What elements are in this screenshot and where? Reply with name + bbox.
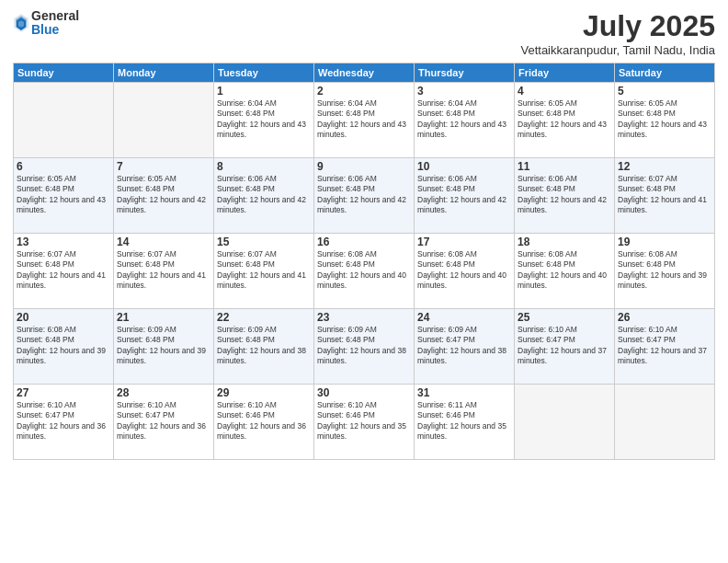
month-title: July 2025 [520, 9, 715, 43]
day-info: Sunrise: 6:07 AMSunset: 6:48 PMDaylight:… [618, 174, 711, 216]
day-number: 5 [618, 85, 711, 98]
table-row: 26Sunrise: 6:10 AMSunset: 6:47 PMDayligh… [615, 309, 715, 385]
day-number: 21 [117, 311, 210, 324]
generalblue-logo-icon [13, 13, 29, 33]
table-row [14, 83, 114, 158]
day-number: 15 [217, 236, 311, 248]
day-info: Sunrise: 6:10 AMSunset: 6:46 PMDaylight:… [317, 400, 411, 442]
day-info: Sunrise: 6:05 AMSunset: 6:48 PMDaylight:… [117, 174, 210, 216]
day-info: Sunrise: 6:09 AMSunset: 6:48 PMDaylight:… [317, 325, 411, 367]
table-row: 19Sunrise: 6:08 AMSunset: 6:48 PMDayligh… [615, 234, 715, 309]
logo-general-text: General [31, 9, 79, 23]
day-number: 31 [417, 386, 511, 399]
day-info: Sunrise: 6:05 AMSunset: 6:48 PMDaylight:… [518, 98, 611, 141]
day-number: 12 [618, 160, 711, 173]
calendar-week-4: 20Sunrise: 6:08 AMSunset: 6:48 PMDayligh… [14, 309, 715, 385]
table-row: 10Sunrise: 6:06 AMSunset: 6:48 PMDayligh… [415, 158, 515, 234]
day-info: Sunrise: 6:04 AMSunset: 6:48 PMDaylight:… [417, 98, 511, 141]
calendar-week-1: 1Sunrise: 6:04 AMSunset: 6:48 PMDaylight… [14, 83, 715, 158]
day-number: 30 [317, 386, 411, 399]
day-info: Sunrise: 6:08 AMSunset: 6:48 PMDaylight:… [17, 325, 110, 367]
day-number: 25 [518, 311, 611, 324]
page: General Blue July 2025 Vettaikkaranpudur… [0, 0, 728, 563]
day-info: Sunrise: 6:07 AMSunset: 6:48 PMDaylight:… [17, 249, 110, 292]
day-info: Sunrise: 6:06 AMSunset: 6:48 PMDaylight:… [417, 174, 511, 216]
day-info: Sunrise: 6:09 AMSunset: 6:47 PMDaylight:… [417, 325, 511, 367]
day-number: 3 [417, 85, 511, 98]
header-monday: Monday [114, 63, 214, 83]
day-number: 16 [317, 236, 411, 248]
day-info: Sunrise: 6:08 AMSunset: 6:48 PMDaylight:… [618, 249, 711, 292]
day-number: 13 [17, 236, 110, 248]
day-number: 18 [518, 236, 611, 248]
header-tuesday: Tuesday [214, 63, 314, 83]
day-number: 22 [217, 311, 311, 324]
table-row: 1Sunrise: 6:04 AMSunset: 6:48 PMDaylight… [214, 83, 314, 158]
day-number: 6 [17, 160, 110, 173]
day-number: 19 [618, 236, 711, 248]
day-number: 7 [117, 160, 210, 173]
table-row: 27Sunrise: 6:10 AMSunset: 6:47 PMDayligh… [14, 385, 114, 460]
day-info: Sunrise: 6:10 AMSunset: 6:47 PMDaylight:… [17, 400, 110, 442]
table-row: 24Sunrise: 6:09 AMSunset: 6:47 PMDayligh… [415, 309, 515, 385]
day-number: 23 [317, 311, 411, 324]
table-row: 6Sunrise: 6:05 AMSunset: 6:48 PMDaylight… [14, 158, 114, 234]
table-row: 23Sunrise: 6:09 AMSunset: 6:48 PMDayligh… [314, 309, 415, 385]
title-section: July 2025 Vettaikkaranpudur, Tamil Nadu,… [520, 9, 715, 57]
day-info: Sunrise: 6:05 AMSunset: 6:48 PMDaylight:… [17, 174, 110, 216]
table-row: 17Sunrise: 6:08 AMSunset: 6:48 PMDayligh… [415, 234, 515, 309]
day-info: Sunrise: 6:11 AMSunset: 6:46 PMDaylight:… [417, 400, 511, 442]
day-info: Sunrise: 6:10 AMSunset: 6:47 PMDaylight:… [117, 400, 210, 442]
day-info: Sunrise: 6:04 AMSunset: 6:48 PMDaylight:… [217, 98, 311, 141]
table-row: 30Sunrise: 6:10 AMSunset: 6:46 PMDayligh… [314, 385, 415, 460]
table-row: 7Sunrise: 6:05 AMSunset: 6:48 PMDaylight… [114, 158, 214, 234]
day-info: Sunrise: 6:10 AMSunset: 6:47 PMDaylight:… [518, 325, 611, 367]
day-number: 8 [217, 160, 311, 173]
day-number: 1 [217, 85, 311, 98]
day-info: Sunrise: 6:09 AMSunset: 6:48 PMDaylight:… [217, 325, 311, 367]
day-number: 26 [618, 311, 711, 324]
day-number: 11 [518, 160, 611, 173]
header-saturday: Saturday [615, 63, 715, 83]
calendar-table: Sunday Monday Tuesday Wednesday Thursday… [13, 63, 715, 460]
day-number: 4 [518, 85, 611, 98]
day-info: Sunrise: 6:08 AMSunset: 6:48 PMDaylight:… [317, 249, 411, 292]
day-info: Sunrise: 6:05 AMSunset: 6:48 PMDaylight:… [618, 98, 711, 141]
day-info: Sunrise: 6:06 AMSunset: 6:48 PMDaylight:… [317, 174, 411, 216]
table-row: 15Sunrise: 6:07 AMSunset: 6:48 PMDayligh… [214, 234, 314, 309]
header-wednesday: Wednesday [314, 63, 415, 83]
header-friday: Friday [515, 63, 615, 83]
day-info: Sunrise: 6:08 AMSunset: 6:48 PMDaylight:… [518, 249, 611, 292]
day-info: Sunrise: 6:09 AMSunset: 6:48 PMDaylight:… [117, 325, 210, 367]
table-row: 11Sunrise: 6:06 AMSunset: 6:48 PMDayligh… [515, 158, 615, 234]
day-info: Sunrise: 6:06 AMSunset: 6:48 PMDaylight:… [217, 174, 311, 216]
table-row [114, 83, 214, 158]
calendar-week-2: 6Sunrise: 6:05 AMSunset: 6:48 PMDaylight… [14, 158, 715, 234]
table-row: 4Sunrise: 6:05 AMSunset: 6:48 PMDaylight… [515, 83, 615, 158]
table-row: 16Sunrise: 6:08 AMSunset: 6:48 PMDayligh… [314, 234, 415, 309]
day-info: Sunrise: 6:07 AMSunset: 6:48 PMDaylight:… [217, 249, 311, 292]
day-info: Sunrise: 6:06 AMSunset: 6:48 PMDaylight:… [518, 174, 611, 216]
day-number: 28 [117, 386, 210, 399]
table-row: 12Sunrise: 6:07 AMSunset: 6:48 PMDayligh… [615, 158, 715, 234]
table-row: 3Sunrise: 6:04 AMSunset: 6:48 PMDaylight… [415, 83, 515, 158]
table-row: 22Sunrise: 6:09 AMSunset: 6:48 PMDayligh… [214, 309, 314, 385]
day-info: Sunrise: 6:07 AMSunset: 6:48 PMDaylight:… [117, 249, 210, 292]
table-row: 28Sunrise: 6:10 AMSunset: 6:47 PMDayligh… [114, 385, 214, 460]
header: General Blue July 2025 Vettaikkaranpudur… [13, 9, 715, 57]
calendar-week-5: 27Sunrise: 6:10 AMSunset: 6:47 PMDayligh… [14, 385, 715, 460]
day-number: 27 [17, 386, 110, 399]
table-row: 2Sunrise: 6:04 AMSunset: 6:48 PMDaylight… [314, 83, 415, 158]
table-row: 31Sunrise: 6:11 AMSunset: 6:46 PMDayligh… [415, 385, 515, 460]
table-row [515, 385, 615, 460]
table-row: 13Sunrise: 6:07 AMSunset: 6:48 PMDayligh… [14, 234, 114, 309]
table-row: 5Sunrise: 6:05 AMSunset: 6:48 PMDaylight… [615, 83, 715, 158]
table-row: 18Sunrise: 6:08 AMSunset: 6:48 PMDayligh… [515, 234, 615, 309]
header-sunday: Sunday [14, 63, 114, 83]
calendar-header-row: Sunday Monday Tuesday Wednesday Thursday… [14, 63, 715, 83]
table-row: 9Sunrise: 6:06 AMSunset: 6:48 PMDaylight… [314, 158, 415, 234]
location-text: Vettaikkaranpudur, Tamil Nadu, India [520, 43, 715, 57]
day-info: Sunrise: 6:10 AMSunset: 6:46 PMDaylight:… [217, 400, 311, 442]
day-number: 24 [417, 311, 511, 324]
day-number: 29 [217, 386, 311, 399]
